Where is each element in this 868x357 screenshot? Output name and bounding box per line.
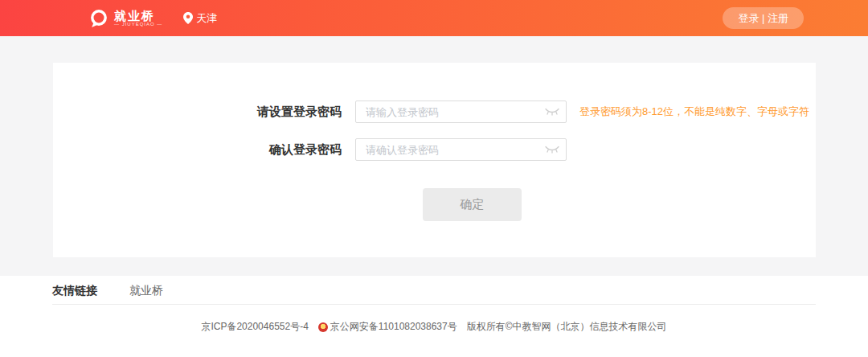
logo-subtext: — JIUYEQIAO — bbox=[114, 22, 162, 27]
page: 就业桥 — JIUYEQIAO — 天津 登录 | 注册 请设置登录密码 bbox=[0, 0, 868, 357]
city-name: 天津 bbox=[196, 11, 217, 26]
friend-links-row: 友情链接 就业桥 bbox=[0, 276, 868, 298]
password-rule-hint: 登录密码须为8-12位，不能是纯数字、字母或字符 bbox=[579, 105, 809, 119]
set-password-input[interactable] bbox=[355, 101, 567, 123]
submit-row: 确定 bbox=[53, 188, 816, 221]
copyright-owner: 版权所有©中教智网（北京）信息技术有限公司 bbox=[467, 320, 667, 334]
confirm-password-input[interactable] bbox=[355, 138, 567, 161]
footer-divider bbox=[52, 304, 816, 305]
confirm-password-input-wrap bbox=[355, 138, 567, 161]
police-record[interactable]: 京公网安备1101082038637号 bbox=[318, 320, 457, 334]
site-logo[interactable]: 就业桥 — JIUYEQIAO — bbox=[88, 8, 162, 29]
set-password-label: 请设置登录密码 bbox=[53, 101, 355, 123]
friend-links-title: 友情链接 bbox=[52, 284, 97, 298]
location-pin-icon bbox=[183, 12, 193, 24]
confirm-password-label: 确认登录密码 bbox=[53, 138, 355, 161]
copyright-line: 京ICP备2020046552号-4 京公网安备1101082038637号 版… bbox=[0, 320, 868, 334]
icp-number: 京ICP备2020046552号-4 bbox=[201, 320, 308, 334]
password-setup-panel: 请设置登录密码 登录密码须为8-12位，不能是纯数字、字母或字符 确认登录密码 bbox=[53, 63, 816, 257]
password-visibility-toggle-icon[interactable] bbox=[544, 108, 560, 117]
friend-link-jiuyeqiao[interactable]: 就业桥 bbox=[129, 284, 163, 298]
logo-text: 就业桥 bbox=[114, 10, 162, 22]
police-record-number: 京公网安备1101082038637号 bbox=[330, 320, 457, 334]
password-visibility-toggle-icon[interactable] bbox=[544, 146, 560, 154]
chat-bubble-logo-icon bbox=[88, 8, 109, 29]
set-password-input-wrap bbox=[355, 101, 567, 123]
city-selector[interactable]: 天津 bbox=[183, 11, 217, 26]
page-footer: 友情链接 就业桥 京ICP备2020046552号-4 京公网安备1101082… bbox=[0, 276, 868, 357]
police-badge-icon bbox=[318, 322, 328, 332]
set-password-row: 请设置登录密码 登录密码须为8-12位，不能是纯数字、字母或字符 bbox=[53, 101, 816, 123]
login-register-button[interactable]: 登录 | 注册 bbox=[723, 7, 804, 29]
confirm-password-row: 确认登录密码 bbox=[53, 138, 816, 161]
top-navbar: 就业桥 — JIUYEQIAO — 天津 登录 | 注册 bbox=[0, 0, 868, 36]
confirm-button[interactable]: 确定 bbox=[423, 188, 522, 221]
